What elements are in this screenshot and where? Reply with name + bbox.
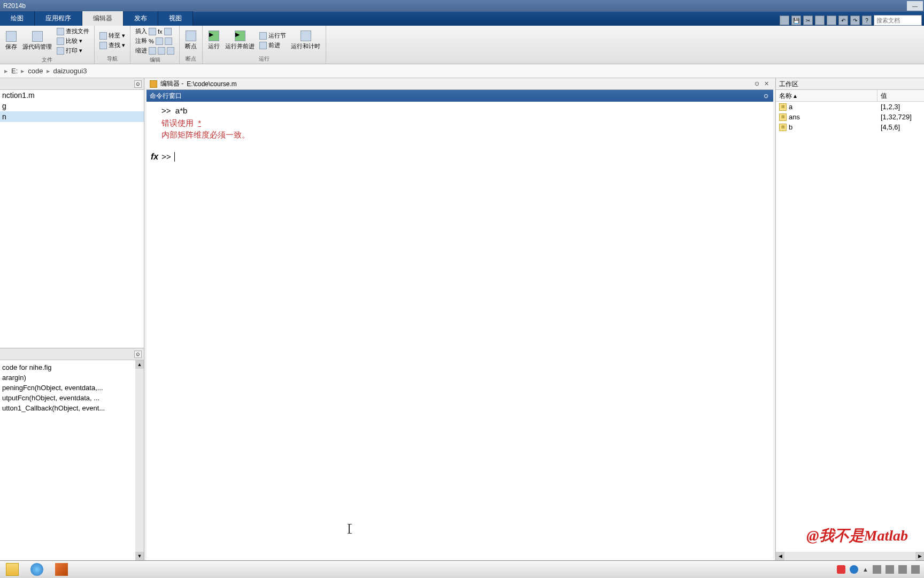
tray-network-icon[interactable] xyxy=(886,565,894,574)
save-button[interactable]: 保存 xyxy=(3,27,19,55)
workspace-col-name[interactable]: 名称 ▴ xyxy=(776,90,877,101)
ribbon-group-edit: 插入 fx 注释 % 缩进 编辑 xyxy=(130,26,180,64)
minimize-button[interactable]: — xyxy=(907,1,923,11)
goto-button[interactable]: 转至 ▾ xyxy=(98,31,127,40)
group-label-file: 文件 xyxy=(3,55,91,64)
run-button[interactable]: ▶运行 xyxy=(206,27,222,54)
detail-line: utputFcn(hObject, eventdata, ... xyxy=(2,393,142,403)
tray-help-icon[interactable] xyxy=(850,565,858,574)
run-section-button[interactable]: 运行节 xyxy=(258,31,288,40)
ribbon-group-run: ▶运行 ▶运行并前进 运行节 前进 运行和计时 运行 xyxy=(203,26,326,64)
ribbon-toolbar: 保存 源代码管理 查找文件 比较 ▾ 打印 ▾ 文件 转至 ▾ 查找 ▾ 导航 … xyxy=(0,26,924,64)
details-panel-header: ⊙ xyxy=(0,348,144,360)
workspace-row[interactable]: ⊞a [1,2,3] xyxy=(776,102,924,112)
group-label-breakpoint: 断点 xyxy=(183,54,199,63)
editor-dropdown-icon[interactable]: ⊙ xyxy=(753,80,760,88)
workspace-title: 工作区 xyxy=(776,78,924,90)
variable-icon: ⊞ xyxy=(779,103,787,111)
details-panel-menu-icon[interactable]: ⊙ xyxy=(134,351,142,358)
run-advance-button[interactable]: ▶运行并前进 xyxy=(223,27,257,54)
variable-icon: ⊞ xyxy=(779,113,787,121)
windows-taskbar: ▲ xyxy=(0,560,924,578)
workspace-col-value[interactable]: 值 xyxy=(877,90,924,101)
qa-cut-icon[interactable]: ✂ xyxy=(803,16,813,25)
group-label-navigate: 导航 xyxy=(98,54,127,63)
window-controls: — xyxy=(907,1,924,11)
current-folder-panel: ⊙ nction1.m g n xyxy=(0,78,144,348)
taskbar-browser[interactable] xyxy=(26,562,48,577)
workspace-row[interactable]: ⊞b [4,5,6] xyxy=(776,122,924,132)
folder-icon xyxy=(6,563,19,576)
command-prompt[interactable]: fx >> xyxy=(151,152,769,162)
comment-button[interactable]: 注释 % xyxy=(134,36,176,45)
scroll-left-icon[interactable]: ◀ xyxy=(776,552,784,560)
qa-paste-icon[interactable] xyxy=(827,16,836,25)
tray-expand-icon[interactable]: ▲ xyxy=(863,566,868,573)
qa-icon-1[interactable] xyxy=(780,16,789,25)
qa-copy-icon[interactable] xyxy=(815,16,825,25)
cmd-error-line: 内部矩阵维度必须一致。 xyxy=(151,129,769,141)
scroll-down-icon[interactable]: ▼ xyxy=(135,552,144,560)
titlebar: R2014b — xyxy=(0,0,924,12)
file-item[interactable]: n xyxy=(0,111,144,122)
tray-battery-icon[interactable] xyxy=(898,565,907,574)
scroll-up-icon[interactable]: ▲ xyxy=(135,360,144,369)
group-label-run: 运行 xyxy=(206,54,322,63)
compare-button[interactable]: 比较 ▾ xyxy=(55,36,91,45)
detail-line: arargin) xyxy=(2,372,142,383)
tray-flag-icon[interactable] xyxy=(873,565,881,574)
cmd-error-line: 错误使用 * xyxy=(151,117,769,130)
details-scrollbar[interactable]: ▲ ▼ xyxy=(135,360,144,560)
editor-close-icon[interactable]: ✕ xyxy=(763,80,770,88)
tab-view[interactable]: 视图 xyxy=(158,11,193,26)
qa-redo-icon[interactable]: ↷ xyxy=(850,16,860,25)
folder-panel-header: ⊙ xyxy=(0,78,144,90)
path-seg-2[interactable]: daizuogui3 xyxy=(53,67,87,75)
fx-icon[interactable]: fx xyxy=(151,152,158,162)
file-item[interactable]: g xyxy=(0,101,144,111)
indent-button[interactable]: 缩进 xyxy=(134,46,176,55)
file-item[interactable]: nction1.m xyxy=(0,90,144,101)
taskbar-matlab[interactable] xyxy=(50,562,73,577)
editor-title-prefix: 编辑器 - xyxy=(160,79,183,88)
path-seg-1[interactable]: code xyxy=(28,67,43,75)
command-window-body[interactable]: >> a*b 错误使用 * 内部矩阵维度必须一致。 fx >> xyxy=(147,102,773,560)
qa-help-icon[interactable]: ? xyxy=(862,16,872,25)
workspace-row[interactable]: ⊞ans [1,32,729] xyxy=(776,112,924,122)
address-bar[interactable]: ▸ E: ▸ code ▸ daizuogui3 xyxy=(0,64,924,78)
qa-undo-icon[interactable]: ↶ xyxy=(838,16,848,25)
tab-plot[interactable]: 绘图 xyxy=(0,11,35,26)
find-files-button[interactable]: 查找文件 xyxy=(55,27,91,36)
text-cursor xyxy=(174,152,175,162)
source-control-button[interactable]: 源代码管理 xyxy=(20,27,54,55)
tray-ime-icon[interactable] xyxy=(837,565,845,574)
mouse-cursor-icon xyxy=(349,524,350,534)
find-button[interactable]: 查找 ▾ xyxy=(98,41,127,50)
path-root-icon: ▸ xyxy=(4,67,8,75)
tab-editor[interactable]: 编辑器 xyxy=(82,11,124,26)
search-docs-input[interactable] xyxy=(874,15,922,26)
print-button[interactable]: 打印 ▾ xyxy=(55,46,91,55)
workspace-hscrollbar[interactable]: ◀ ▶ xyxy=(776,552,924,560)
folder-panel-menu-icon[interactable]: ⊙ xyxy=(134,80,142,88)
main-layout: ⊙ nction1.m g n ⊙ code for nihe.fig arar… xyxy=(0,78,924,560)
command-window-titlebar: 命令行窗口 ⊙ xyxy=(147,90,773,102)
tray-volume-icon[interactable] xyxy=(911,565,920,574)
detail-line: utton1_Callback(hObject, event... xyxy=(2,403,142,413)
path-seg-0[interactable]: E: xyxy=(11,67,18,75)
scroll-right-icon[interactable]: ▶ xyxy=(915,552,924,560)
taskbar-explorer[interactable] xyxy=(1,562,24,577)
advance-button[interactable]: 前进 xyxy=(258,41,288,50)
tab-publish[interactable]: 发布 xyxy=(124,11,158,26)
ribbon-tabstrip: 绘图 应用程序 编辑器 发布 视图 💾 ✂ ↶ ↷ ? xyxy=(0,12,924,26)
insert-button[interactable]: 插入 fx xyxy=(134,27,176,36)
app-title: R2014b xyxy=(3,2,26,10)
tab-apps[interactable]: 应用程序 xyxy=(35,11,82,26)
details-panel: code for nihe.fig arargin) peningFcn(hOb… xyxy=(0,360,144,560)
browser-icon xyxy=(30,563,43,576)
prompt-symbol: >> xyxy=(161,152,171,161)
command-window-menu-icon[interactable]: ⊙ xyxy=(761,92,770,100)
breakpoint-button[interactable]: 断点 xyxy=(183,27,199,54)
qa-save-icon[interactable]: 💾 xyxy=(791,16,801,25)
run-time-button[interactable]: 运行和计时 xyxy=(289,27,322,54)
